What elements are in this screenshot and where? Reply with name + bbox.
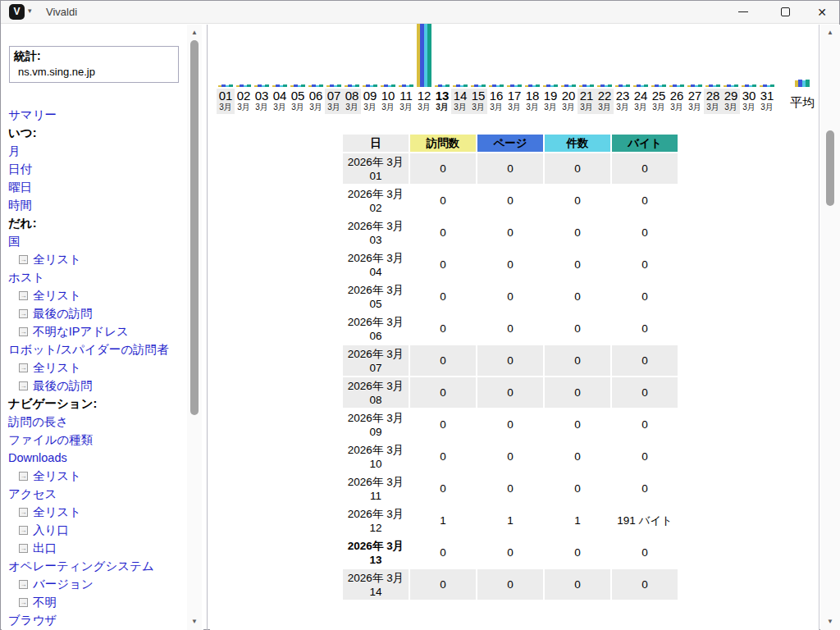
day-label: 193月 xyxy=(541,89,559,114)
vivaldi-logo-icon[interactable]: V xyxy=(9,4,25,20)
scroll-up-icon[interactable]: ▲ xyxy=(820,29,840,36)
cell-visits: 0 xyxy=(410,185,476,216)
cell-pages: 0 xyxy=(477,217,543,248)
scroll-up-icon[interactable]: ▲ xyxy=(187,29,202,36)
day-label: 163月 xyxy=(487,89,505,114)
sidebar-item-全リスト[interactable]: →全リスト xyxy=(8,286,184,304)
sidebar-item-オペレーティングシステム[interactable]: オペレーティングシステム xyxy=(8,557,184,575)
bar-バイト xyxy=(355,84,359,87)
cell-pages: 0 xyxy=(477,441,543,472)
table-row: 2026年 3月 070000 xyxy=(343,345,678,376)
main-scrollbar-thumb[interactable] xyxy=(826,130,834,206)
day-number: 20 xyxy=(559,89,578,103)
sidebar-item-入り口[interactable]: →入り口 xyxy=(8,521,184,539)
cell-bytes: 0 xyxy=(612,345,678,376)
sidebar-item-アクセス[interactable]: アクセス xyxy=(8,485,184,503)
sidebar-item-ホスト[interactable]: ホスト xyxy=(8,268,184,286)
sidebar-item-最後の訪問[interactable]: →最後の訪問 xyxy=(8,377,184,395)
sidebar-item-ファイルの種類[interactable]: ファイルの種類 xyxy=(8,431,184,449)
sublink-arrow-icon: → xyxy=(19,580,28,589)
chart-bars xyxy=(271,24,289,87)
sidebar-item-時間[interactable]: 時間 xyxy=(8,196,184,214)
month-label: 3月 xyxy=(325,103,343,112)
scroll-down-icon[interactable]: ▼ xyxy=(187,618,202,625)
sidebar-scrollbar[interactable]: ▲ ▼ xyxy=(187,25,202,630)
sidebar-item-国[interactable]: 国 xyxy=(8,232,184,250)
scroll-down-icon[interactable]: ▼ xyxy=(820,618,840,625)
cell-hits: 0 xyxy=(545,409,610,440)
sidebar-item-曜日[interactable]: 曜日 xyxy=(8,178,184,196)
bar-バイト xyxy=(482,84,486,87)
day-label: 053月 xyxy=(289,89,307,114)
close-button[interactable]: ✕ xyxy=(808,1,836,23)
sidebar-item-label: アクセス xyxy=(8,485,57,503)
day-number: 02 xyxy=(235,89,253,103)
main-scrollbar[interactable]: ▲ ▼ xyxy=(820,25,840,630)
month-label: 3月 xyxy=(578,103,596,112)
bar-バイト xyxy=(229,84,233,87)
day-number: 08 xyxy=(343,89,361,103)
chart-day-06: 063月 xyxy=(307,24,325,118)
sidebar-item-label: 全リスト xyxy=(33,467,81,485)
chart-bars xyxy=(650,24,668,87)
sidebar-item-出口[interactable]: →出口 xyxy=(8,539,184,557)
cell-pages: 0 xyxy=(477,313,543,344)
day-number: 15 xyxy=(469,89,487,103)
sidebar-item-label: バージョン xyxy=(33,575,94,593)
sidebar-item-ブラウザ[interactable]: ブラウザ xyxy=(8,611,184,629)
sidebar-item-全リスト[interactable]: →全リスト xyxy=(8,358,184,377)
cell-pages: 0 xyxy=(477,377,543,408)
sidebar-item-日付[interactable]: 日付 xyxy=(8,160,184,178)
day-number: 17 xyxy=(505,89,523,103)
sidebar-item-最後の訪問[interactable]: →最後の訪問 xyxy=(8,304,184,322)
sidebar-item-全リスト[interactable]: →全リスト xyxy=(8,503,184,521)
sidebar-item-不明なIPアドレス[interactable]: →不明なIPアドレス xyxy=(8,322,184,340)
sidebar-item-サマリー[interactable]: サマリー xyxy=(8,106,184,124)
stats-box: 統計: ns.vm.sing.ne.jp xyxy=(9,46,179,83)
table-row: 2026年 3月 040000 xyxy=(343,249,678,280)
table-row: 2026年 3月 050000 xyxy=(343,281,678,312)
day-number: 11 xyxy=(397,89,415,103)
table-row: 2026年 3月 080000 xyxy=(343,377,678,408)
chart-day-08: 083月 xyxy=(343,24,361,118)
sidebar-item-label: ロボット/スパイダーの訪問者 xyxy=(8,340,169,358)
frame-divider xyxy=(207,25,208,630)
sidebar-item-全リスト[interactable]: →全リスト xyxy=(8,467,184,485)
sidebar-item-不明[interactable]: →不明 xyxy=(8,593,184,611)
sidebar-item-ロボット/スパイダーの訪問者[interactable]: ロボット/スパイダーの訪問者 xyxy=(8,340,184,358)
chevron-down-icon[interactable]: ▾ xyxy=(28,7,32,15)
maximize-icon xyxy=(781,7,790,16)
chart-day-01: 013月 xyxy=(217,24,235,118)
cell-hits: 0 xyxy=(545,473,610,504)
cell-pages: 0 xyxy=(477,569,543,600)
sidebar-item-全リスト[interactable]: →全リスト xyxy=(8,250,184,268)
minimize-button[interactable] xyxy=(729,1,757,23)
window-title: Vivaldi xyxy=(46,6,77,18)
cell-date: 2026年 3月 12 xyxy=(343,505,409,536)
cell-date: 2026年 3月 11 xyxy=(343,473,409,504)
chart-bars xyxy=(307,24,325,87)
chart-bars xyxy=(415,24,433,87)
month-label: 3月 xyxy=(307,103,325,112)
sidebar-section-header: だれ: xyxy=(8,214,184,232)
sidebar-item-月[interactable]: 月 xyxy=(8,142,184,160)
chart-bars xyxy=(686,24,704,87)
sidebar-item-Downloads[interactable]: Downloads xyxy=(8,449,184,467)
maximize-button[interactable] xyxy=(771,1,799,23)
day-number: 16 xyxy=(487,89,505,103)
bar-バイト xyxy=(518,84,522,87)
sidebar-scrollbar-thumb[interactable] xyxy=(190,40,199,415)
column-header-バイト: バイト xyxy=(612,135,678,152)
chart-bars xyxy=(217,24,235,87)
month-label: 3月 xyxy=(668,103,686,112)
sidebar-item-訪問の長さ[interactable]: 訪問の長さ xyxy=(8,413,184,431)
chart-day-21: 213月 xyxy=(578,24,596,118)
month-label: 3月 xyxy=(596,103,614,112)
month-label: 3月 xyxy=(541,103,559,112)
sidebar-item-label: 全リスト xyxy=(33,358,81,377)
bar-バイト xyxy=(644,84,648,87)
bar-バイト xyxy=(734,84,738,87)
chart-day-27: 273月 xyxy=(686,24,704,118)
sidebar-item-バージョン[interactable]: →バージョン xyxy=(8,575,184,593)
chart-day-28: 283月 xyxy=(704,24,722,118)
